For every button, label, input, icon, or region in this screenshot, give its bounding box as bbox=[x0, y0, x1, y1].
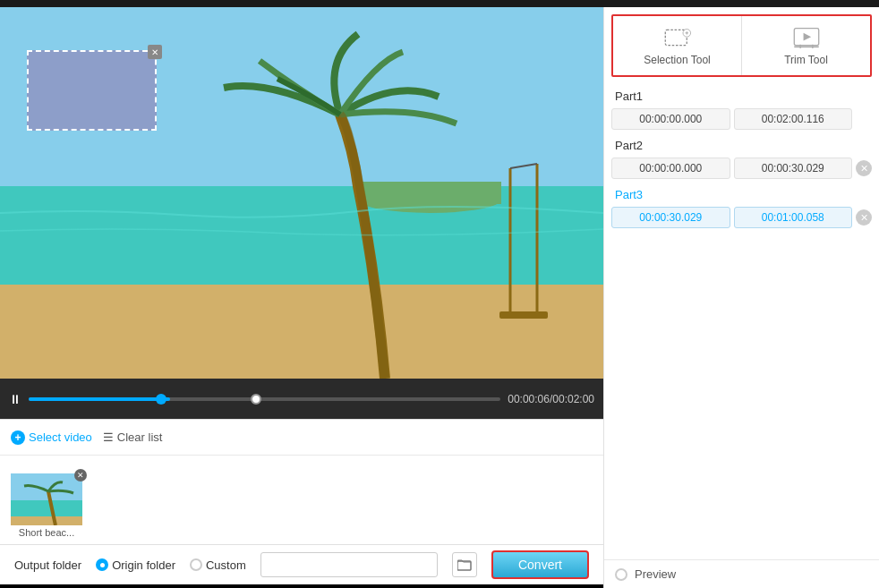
trim-tool-icon bbox=[790, 25, 823, 50]
convert-button[interactable]: Convert bbox=[491, 550, 589, 579]
custom-folder-option[interactable]: Custom bbox=[190, 558, 246, 572]
output-folder-label: Output folder bbox=[14, 558, 81, 572]
parts-list: Part1 00:00:00.000 00:02:00.116 Part2 00… bbox=[604, 84, 879, 559]
thumbnail-label: Short beac... bbox=[11, 527, 82, 538]
part2-section: Part2 00:00:00.000 00:00:30.029 ✕ bbox=[611, 133, 872, 183]
thumbnail-item[interactable]: ✕ Short beac... bbox=[11, 473, 82, 527]
part2-remove-button[interactable]: ✕ bbox=[856, 160, 872, 176]
play-pause-button[interactable]: ⏸ bbox=[9, 392, 21, 406]
time-display: 00:00:06/00:02:00 bbox=[508, 393, 594, 405]
selection-tool-button[interactable]: Selection Tool bbox=[613, 16, 742, 75]
preview-radio[interactable] bbox=[615, 568, 627, 581]
main-content: ✕ ⏸ 00:00:06/00:02:00 + Select video ☰ bbox=[0, 7, 879, 588]
origin-folder-label: Origin folder bbox=[112, 558, 175, 572]
svg-rect-7 bbox=[499, 311, 548, 319]
left-panel: ✕ ⏸ 00:00:06/00:02:00 + Select video ☰ bbox=[0, 7, 603, 588]
part3-header: Part3 bbox=[611, 183, 872, 203]
svg-rect-4 bbox=[358, 182, 501, 204]
selection-tool-label: Selection Tool bbox=[644, 54, 711, 66]
selection-tool-icon bbox=[661, 25, 694, 50]
preview-label: Preview bbox=[635, 567, 676, 581]
selection-rectangle[interactable]: ✕ bbox=[27, 50, 157, 131]
thumbnail-image bbox=[11, 473, 82, 525]
custom-folder-label: Custom bbox=[206, 558, 246, 572]
part3-start-time[interactable]: 00:00:30.029 bbox=[611, 207, 730, 228]
part3-row: 00:00:30.029 00:01:00.058 ✕ bbox=[611, 203, 872, 232]
scrubber-fill bbox=[29, 397, 170, 401]
svg-rect-2 bbox=[0, 285, 603, 379]
part3-remove-button[interactable]: ✕ bbox=[856, 209, 872, 226]
origin-folder-radio[interactable] bbox=[96, 558, 108, 571]
right-panel: Selection Tool Trim Tool bbox=[603, 7, 879, 588]
select-video-label: Select video bbox=[29, 430, 92, 444]
clear-list-label: Clear list bbox=[117, 430, 163, 444]
part1-header: Part1 bbox=[611, 84, 872, 105]
scrubber-thumb-current[interactable] bbox=[251, 394, 261, 405]
scrubber-container[interactable] bbox=[29, 390, 500, 408]
part1-end-time[interactable]: 00:02:00.116 bbox=[734, 108, 853, 130]
part1-row: 00:00:00.000 00:02:00.116 bbox=[611, 105, 872, 133]
bottom-toolbar: + Select video ☰ Clear list bbox=[0, 419, 603, 455]
trim-tool-button[interactable]: Trim Tool bbox=[742, 16, 870, 75]
part2-end-time[interactable]: 00:00:30.029 bbox=[734, 158, 853, 179]
output-bar: Output folder Origin folder Custom Conve… bbox=[0, 544, 603, 584]
origin-folder-option[interactable]: Origin folder bbox=[96, 558, 175, 572]
select-video-button[interactable]: + Select video bbox=[11, 430, 92, 445]
part2-start-time[interactable]: 00:00:00.000 bbox=[611, 158, 730, 179]
custom-folder-radio[interactable] bbox=[190, 558, 202, 571]
trim-tool-label: Trim Tool bbox=[784, 54, 828, 66]
list-icon: ☰ bbox=[103, 430, 114, 444]
selection-close-handle[interactable]: ✕ bbox=[148, 45, 162, 59]
part1-start-time[interactable]: 00:00:00.000 bbox=[611, 108, 730, 130]
svg-rect-11 bbox=[11, 516, 82, 525]
svg-marker-18 bbox=[803, 33, 811, 41]
part1-section: Part1 00:00:00.000 00:02:00.116 bbox=[611, 84, 872, 133]
preview-row: Preview bbox=[604, 559, 879, 588]
plus-icon: + bbox=[11, 430, 25, 445]
scrubber-thumb-start[interactable] bbox=[156, 394, 166, 405]
clear-list-button[interactable]: ☰ Clear list bbox=[103, 430, 163, 444]
part2-row: 00:00:00.000 00:00:30.029 ✕ bbox=[611, 154, 872, 183]
svg-rect-10 bbox=[11, 500, 82, 518]
thumbnail-close-button[interactable]: ✕ bbox=[74, 469, 87, 481]
tools-header: Selection Tool Trim Tool bbox=[611, 14, 872, 77]
scrubber-track[interactable] bbox=[29, 397, 500, 401]
path-input[interactable] bbox=[260, 552, 438, 577]
part3-end-time[interactable]: 00:01:00.058 bbox=[734, 207, 853, 228]
browse-folder-button[interactable] bbox=[452, 552, 477, 577]
top-bar bbox=[0, 0, 879, 7]
radio-group: Origin folder Custom bbox=[96, 558, 246, 572]
timeline-area: ⏸ 00:00:06/00:02:00 bbox=[0, 379, 603, 419]
part3-section: Part3 00:00:30.029 00:01:00.058 ✕ bbox=[611, 183, 872, 232]
video-container: ✕ bbox=[0, 7, 603, 379]
thumbnails-area: ✕ Short beac... bbox=[0, 455, 603, 544]
part2-header: Part2 bbox=[611, 133, 872, 154]
folder-icon bbox=[457, 558, 472, 571]
svg-rect-1 bbox=[0, 186, 603, 294]
